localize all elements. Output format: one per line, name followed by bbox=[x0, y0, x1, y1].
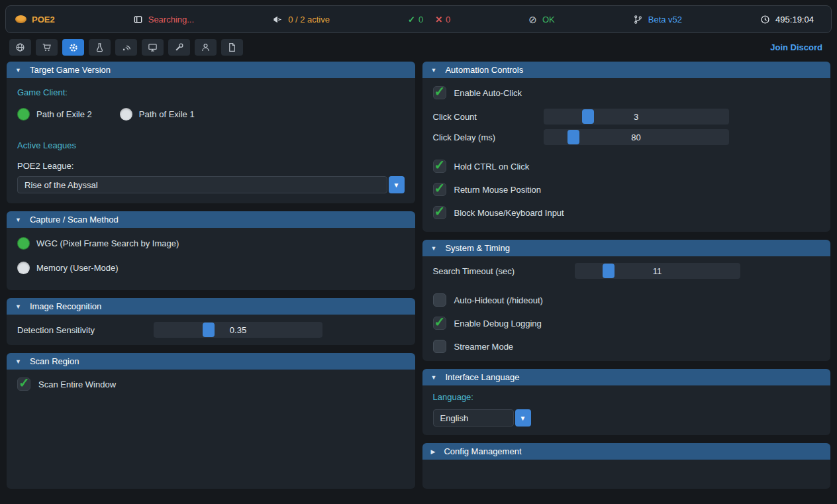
poe1-radio-label: Path of Exile 1 bbox=[139, 109, 195, 119]
poe1-radio[interactable] bbox=[120, 108, 132, 121]
click-delay-slider[interactable]: 80 bbox=[544, 129, 729, 145]
scan-entire-window-checkbox[interactable]: ✓ bbox=[17, 378, 30, 391]
section-title: Image Recognition bbox=[30, 301, 101, 311]
language-dropdown[interactable]: English ▼ bbox=[433, 409, 531, 427]
search-status-item: Searching... bbox=[133, 15, 194, 25]
target-game-version-body: Game Client: Path of Exile 2 Path of Exi… bbox=[7, 78, 415, 203]
debug-logging-label: Enable Debug Logging bbox=[454, 319, 542, 328]
section-image-recognition: ▼ Image Recognition Detection Sensitivit… bbox=[7, 298, 415, 345]
click-count-slider-handle[interactable] bbox=[582, 109, 594, 124]
tab-logs[interactable] bbox=[221, 39, 243, 56]
automation-controls-body: ✓ Enable Auto-Click Click Count 3 Click … bbox=[422, 78, 831, 232]
streamer-mode-label: Streamer Mode bbox=[454, 342, 514, 352]
fail-count: ✕ 0 bbox=[435, 15, 450, 25]
config-management-header[interactable]: ▶ Config Management bbox=[422, 443, 831, 460]
success-count: ✓ 0 bbox=[408, 15, 423, 25]
tab-account[interactable] bbox=[195, 39, 217, 56]
interface-language-header[interactable]: ▼ Interface Language bbox=[422, 369, 831, 385]
click-count-label: Click Count bbox=[433, 112, 544, 122]
click-count-slider[interactable]: 3 bbox=[544, 109, 729, 125]
tab-settings[interactable] bbox=[62, 39, 84, 56]
section-config-management: ▶ Config Management bbox=[422, 443, 831, 489]
section-capture-method: ▼ Capture / Scan Method WGC (Pixel Frame… bbox=[7, 211, 415, 290]
status-bar: POE2 Searching... 0 / 2 active ✓ 0 ✕ 0 ⊘… bbox=[5, 5, 832, 33]
streamer-mode-checkbox[interactable] bbox=[433, 340, 446, 353]
uptime-text: 495:19:04 bbox=[775, 15, 814, 25]
scan-region-body: ✓ Scan Entire Window bbox=[7, 370, 415, 489]
automation-controls-header[interactable]: ▼ Automation Controls bbox=[422, 62, 831, 78]
section-system-timing: ▼ System & Timing Search Timeout (sec) 1… bbox=[422, 240, 831, 361]
check-icon: ✓ bbox=[434, 203, 446, 219]
return-mouse-label: Return Mouse Position bbox=[454, 185, 542, 195]
health-status-item: ⊘ OK bbox=[528, 15, 554, 25]
app-logo-icon bbox=[15, 15, 26, 23]
click-delay-slider-handle[interactable] bbox=[567, 130, 579, 144]
monitor-icon bbox=[148, 42, 158, 52]
memory-radio[interactable] bbox=[17, 262, 30, 274]
sensitivity-label: Detection Sensitivity bbox=[17, 325, 154, 335]
cart-icon bbox=[42, 42, 52, 52]
tab-bar: Join Discord bbox=[5, 39, 832, 56]
section-automation-controls: ▼ Automation Controls ✓ Enable Auto-Clic… bbox=[422, 62, 831, 232]
check-icon: ✓ bbox=[434, 157, 446, 173]
flask-icon bbox=[95, 42, 105, 52]
search-timeout-slider-handle[interactable] bbox=[603, 264, 615, 278]
return-mouse-row: ✓ Return Mouse Position bbox=[433, 183, 820, 196]
image-recognition-header[interactable]: ▼ Image Recognition bbox=[7, 298, 415, 315]
collapse-caret-icon: ▼ bbox=[15, 358, 21, 365]
league-dropdown-button[interactable]: ▼ bbox=[389, 176, 405, 193]
tab-lab[interactable] bbox=[89, 39, 111, 56]
scan-region-header[interactable]: ▼ Scan Region bbox=[7, 353, 415, 370]
return-mouse-checkbox[interactable]: ✓ bbox=[433, 183, 446, 196]
capture-method-header[interactable]: ▼ Capture / Scan Method bbox=[7, 211, 415, 228]
tab-web[interactable] bbox=[9, 39, 31, 56]
person-icon bbox=[201, 42, 211, 52]
hold-ctrl-row: ✓ Hold CTRL on Click bbox=[433, 160, 820, 173]
league-dropdown[interactable]: Rise of the Abyssal ▼ bbox=[17, 176, 405, 193]
wgc-radio-label: WGC (Pixel Frame Search by Image) bbox=[36, 238, 179, 248]
wgc-radio[interactable] bbox=[17, 237, 30, 250]
check-icon: ✓ bbox=[434, 180, 446, 196]
gear-icon bbox=[68, 42, 79, 53]
expand-caret-icon: ▶ bbox=[431, 448, 436, 455]
collapse-caret-icon: ▼ bbox=[431, 374, 437, 381]
section-title: System & Timing bbox=[445, 243, 510, 253]
poe2-radio[interactable] bbox=[17, 108, 30, 121]
click-delay-label: Click Delay (ms) bbox=[433, 132, 544, 142]
main-content: ▼ Target Game Version Game Client: Path … bbox=[0, 56, 837, 489]
join-discord-link[interactable]: Join Discord bbox=[770, 42, 822, 52]
target-game-version-header[interactable]: ▼ Target Game Version bbox=[7, 62, 415, 78]
file-icon bbox=[227, 42, 237, 52]
memory-radio-row: Memory (User-Mode) bbox=[17, 262, 405, 274]
right-column: ▼ Automation Controls ✓ Enable Auto-Clic… bbox=[422, 62, 831, 489]
league-dropdown-value[interactable]: Rise of the Abyssal bbox=[17, 176, 387, 193]
search-timeout-slider[interactable]: 11 bbox=[575, 263, 740, 279]
click-delay-row: Click Delay (ms) 80 bbox=[433, 129, 820, 145]
collapse-caret-icon: ▼ bbox=[431, 245, 437, 252]
health-status-text: OK bbox=[542, 15, 555, 25]
tab-display[interactable] bbox=[142, 39, 164, 56]
caret-down-icon: ▼ bbox=[393, 181, 400, 189]
wgc-radio-row: WGC (Pixel Frame Search by Image) bbox=[17, 237, 405, 250]
section-title: Automation Controls bbox=[445, 65, 523, 75]
sensitivity-slider[interactable]: 0.35 bbox=[154, 322, 322, 338]
tab-shop[interactable] bbox=[36, 39, 58, 56]
block-input-checkbox[interactable]: ✓ bbox=[433, 206, 446, 219]
system-timing-header[interactable]: ▼ System & Timing bbox=[422, 240, 831, 256]
tab-network[interactable] bbox=[115, 39, 137, 56]
active-leagues-label: Active Leagues bbox=[17, 140, 405, 150]
language-dropdown-button[interactable]: ▼ bbox=[515, 409, 531, 427]
auto-hideout-checkbox[interactable] bbox=[433, 293, 446, 307]
sensitivity-slider-handle[interactable] bbox=[203, 323, 215, 337]
debug-logging-row: ✓ Enable Debug Logging bbox=[433, 317, 820, 330]
uptime-item: 495:19:04 bbox=[760, 15, 814, 25]
enable-auto-click-label: Enable Auto-Click bbox=[454, 88, 522, 98]
debug-logging-checkbox[interactable]: ✓ bbox=[433, 317, 446, 330]
hold-ctrl-checkbox[interactable]: ✓ bbox=[433, 160, 446, 173]
tab-tools[interactable] bbox=[168, 39, 190, 56]
enable-auto-click-checkbox[interactable]: ✓ bbox=[433, 86, 446, 99]
sensitivity-value: 0.35 bbox=[154, 322, 322, 338]
version-text: Beta v52 bbox=[648, 15, 682, 25]
language-dropdown-value[interactable]: English bbox=[433, 409, 514, 427]
active-count-text: 0 / 2 active bbox=[288, 15, 330, 25]
